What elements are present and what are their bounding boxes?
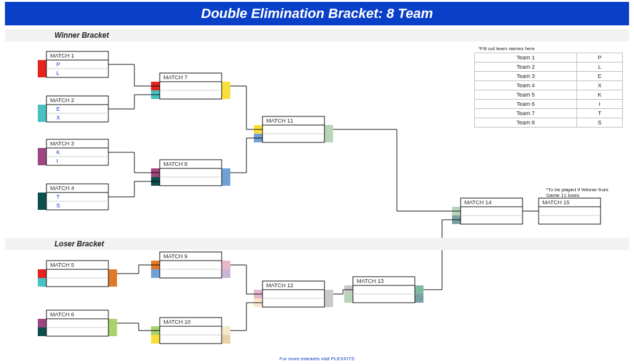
- match-label: MATCH 15: [542, 199, 570, 206]
- roster-team-name[interactable]: P: [577, 53, 623, 63]
- roster-row: Team 1P: [475, 53, 623, 63]
- match-label: MATCH 11: [266, 118, 293, 124]
- roster-team-name[interactable]: I: [577, 100, 623, 109]
- match-label: MATCH 14: [464, 199, 492, 206]
- roster-team-name[interactable]: K: [577, 90, 623, 100]
- connector: [230, 138, 263, 173]
- svg-rect-49: [222, 269, 230, 278]
- match-team-a[interactable]: E: [56, 106, 60, 112]
- svg-rect-24: [222, 168, 230, 177]
- match-team-a[interactable]: K: [56, 149, 60, 155]
- roster-team-name[interactable]: L: [577, 63, 623, 72]
- svg-rect-48: [222, 261, 230, 269]
- footer-link[interactable]: For more brackets visit PLEXKITS: [0, 356, 634, 362]
- svg-rect-34: [38, 269, 46, 278]
- roster-team-label: Team 1: [475, 53, 577, 63]
- roster-row: Team 3E: [475, 72, 623, 81]
- svg-rect-66: [415, 285, 423, 294]
- svg-rect-30: [324, 125, 333, 134]
- match-team-b[interactable]: X: [56, 115, 60, 121]
- connector: [230, 86, 263, 129]
- connector: [230, 265, 263, 294]
- svg-rect-67: [415, 294, 423, 303]
- roster-note: *Fill out team names here: [475, 45, 623, 53]
- roster-row: Team 5K: [475, 90, 623, 100]
- svg-rect-5: [38, 113, 46, 122]
- section-loser: Loser Bracket: [5, 238, 629, 250]
- match-label: MATCH 4: [50, 185, 74, 191]
- svg-rect-42: [108, 319, 117, 327]
- match-label: MATCH 5: [50, 262, 74, 268]
- svg-rect-18: [222, 82, 230, 90]
- roster-row: Team 4X: [475, 81, 623, 90]
- match-label: MATCH 2: [50, 97, 74, 103]
- svg-rect-36: [108, 269, 117, 278]
- match-team-b[interactable]: I: [56, 158, 58, 164]
- svg-rect-54: [222, 326, 230, 335]
- match-label: MATCH 7: [163, 74, 188, 80]
- match-team-b[interactable]: L: [56, 70, 59, 76]
- svg-rect-61: [324, 298, 333, 307]
- svg-rect-8: [38, 148, 46, 157]
- svg-rect-37: [108, 278, 117, 287]
- svg-rect-9: [38, 157, 46, 165]
- svg-rect-35: [38, 278, 46, 287]
- roster-team-label: Team 7: [475, 109, 577, 118]
- svg-rect-19: [222, 90, 230, 99]
- connector: [333, 129, 461, 211]
- svg-rect-12: [38, 193, 46, 201]
- svg-rect-4: [38, 105, 46, 113]
- match-team-b[interactable]: S: [56, 202, 60, 209]
- svg-rect-55: [222, 335, 230, 344]
- roster-team-label: Team 3: [475, 72, 577, 81]
- match-label: MATCH 1: [50, 53, 74, 59]
- svg-rect-47: [151, 269, 160, 278]
- match-label: MATCH 8: [163, 161, 188, 167]
- match-label: MATCH 13: [357, 278, 384, 284]
- roster-team-name[interactable]: T: [577, 109, 623, 118]
- roster-row: Team 7T: [475, 109, 623, 118]
- svg-rect-13: [38, 201, 46, 210]
- svg-rect-43: [108, 327, 117, 336]
- match-team-a[interactable]: P: [56, 61, 60, 67]
- roster-team-name[interactable]: E: [577, 72, 623, 81]
- match15-caption: *To be played if Winner from Game 11 los…: [546, 187, 623, 198]
- roster-team-label: Team 8: [475, 118, 577, 128]
- match-label: MATCH 3: [50, 141, 74, 147]
- roster-team-label: Team 2: [475, 63, 577, 72]
- roster-team-label: Team 5: [475, 90, 577, 100]
- roster-team-label: Team 6: [475, 100, 577, 109]
- match-label: MATCH 6: [50, 311, 74, 318]
- roster-row: Team 6I: [475, 100, 623, 109]
- roster-row: Team 2L: [475, 63, 623, 72]
- roster-row: Team 8S: [475, 118, 623, 128]
- match-label: MATCH 9: [163, 253, 188, 259]
- svg-rect-0: [38, 60, 46, 69]
- svg-rect-60: [324, 290, 333, 298]
- svg-rect-65: [344, 294, 353, 303]
- roster-team-name[interactable]: X: [577, 81, 623, 90]
- connector: [423, 220, 461, 290]
- match-label: MATCH 12: [266, 282, 293, 288]
- roster-team-name[interactable]: S: [577, 118, 623, 128]
- svg-rect-1: [38, 69, 46, 77]
- match-team-a[interactable]: T: [56, 194, 60, 200]
- svg-rect-25: [222, 177, 230, 186]
- match-label: MATCH 10: [163, 319, 191, 325]
- svg-rect-53: [151, 335, 160, 344]
- roster-team-label: Team 4: [475, 81, 577, 90]
- svg-rect-41: [38, 327, 46, 336]
- svg-rect-31: [324, 134, 333, 142]
- teams-table: *Fill out team names here Team 1PTeam 2L…: [474, 45, 623, 128]
- svg-rect-40: [38, 319, 46, 327]
